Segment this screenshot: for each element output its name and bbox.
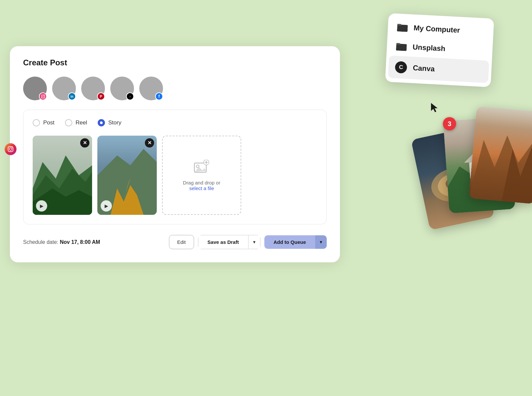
- radio-btn-reel[interactable]: [65, 119, 72, 126]
- dropdown-item-canva[interactable]: C Canva: [388, 55, 489, 83]
- edit-button[interactable]: Edit: [169, 235, 194, 249]
- schedule-date: Nov 17, 8:00 AM: [60, 239, 100, 245]
- svg-point-20: [12, 148, 12, 148]
- radio-story[interactable]: Story: [98, 119, 121, 126]
- media-item-1: ✕ ▶: [33, 136, 92, 215]
- radio-btn-story[interactable]: [98, 119, 105, 126]
- dropdown-label-mycomputer: My Computer: [414, 24, 460, 35]
- cursor: [430, 102, 440, 115]
- svg-rect-3: [396, 44, 407, 51]
- svg-marker-30: [195, 167, 206, 172]
- instagram-badge: [39, 92, 47, 100]
- canva-icon: C: [395, 61, 407, 74]
- linkedin-badge: in: [68, 92, 76, 100]
- add-queue-arrow-button[interactable]: ▾: [315, 235, 327, 249]
- svg-marker-46: [431, 103, 438, 112]
- select-file-link[interactable]: select a file: [189, 185, 214, 191]
- remove-media-1-button[interactable]: ✕: [80, 138, 89, 148]
- avatar-facebook[interactable]: f: [139, 77, 163, 100]
- dropdown-label-canva: Canva: [413, 64, 435, 73]
- footer-bar: Schedule date: Nov 17, 8:00 AM Edit Save…: [23, 235, 327, 249]
- svg-rect-2: [397, 24, 401, 26]
- floating-cards: [413, 106, 532, 251]
- drop-zone[interactable]: Drag and drop or select a file: [162, 136, 241, 215]
- main-card: Create Post: [10, 46, 340, 262]
- play-btn-2[interactable]: ▶: [101, 200, 112, 212]
- radio-label-reel: Reel: [76, 119, 87, 126]
- instagram-sidebar-indicator: [5, 143, 17, 155]
- svg-point-5: [31, 82, 39, 89]
- footer-actions: Edit Save as Draft ▾ Add to Queue ▾: [169, 235, 327, 249]
- avatar-pinterest[interactable]: P: [81, 77, 105, 100]
- svg-rect-7: [41, 95, 45, 98]
- page-title: Create Post: [23, 58, 327, 67]
- avatars-row: in P ♪: [23, 77, 327, 100]
- media-row: ✕ ▶: [33, 136, 317, 215]
- upload-icon: [194, 160, 210, 176]
- svg-point-12: [89, 82, 97, 89]
- selection-count-badge: 3: [443, 117, 456, 130]
- content-area: Post Reel Story: [23, 110, 327, 224]
- svg-rect-18: [8, 147, 13, 152]
- tiktok-badge: ♪: [126, 92, 134, 100]
- svg-point-14: [118, 82, 126, 89]
- radio-label-post: Post: [43, 119, 54, 126]
- play-btn-1[interactable]: ▶: [36, 200, 47, 212]
- folder-icon: [397, 23, 408, 32]
- source-dropdown: My Computer Unsplash C Canva: [385, 13, 494, 87]
- avatar-tiktok[interactable]: ♪: [110, 77, 134, 100]
- post-type-selector: Post Reel Story: [33, 119, 317, 126]
- facebook-badge: f: [155, 92, 163, 100]
- save-draft-split: Save as Draft ▾: [198, 235, 260, 249]
- media-item-2: ✕ ▶: [97, 136, 157, 215]
- save-draft-button[interactable]: Save as Draft: [198, 235, 249, 249]
- floating-card-cliff: [469, 106, 532, 204]
- dropdown-label-unsplash: Unsplash: [413, 43, 446, 53]
- dropzone-text: Drag and drop or select a file: [183, 180, 220, 191]
- svg-rect-4: [396, 43, 400, 45]
- radio-post[interactable]: Post: [33, 119, 54, 126]
- svg-point-10: [60, 82, 68, 89]
- svg-point-9: [44, 95, 44, 96]
- add-queue-split: Add to Queue ▾: [264, 235, 327, 249]
- radio-label-story: Story: [108, 119, 121, 126]
- svg-point-8: [42, 95, 44, 97]
- svg-point-16: [148, 82, 155, 89]
- save-draft-arrow-button[interactable]: ▾: [249, 235, 260, 249]
- add-queue-button[interactable]: Add to Queue: [264, 235, 315, 249]
- radio-reel[interactable]: Reel: [65, 119, 87, 126]
- radio-btn-post[interactable]: [33, 119, 40, 126]
- svg-point-29: [196, 165, 199, 168]
- schedule-info: Schedule date: Nov 17, 8:00 AM: [23, 239, 100, 245]
- svg-point-19: [9, 148, 12, 150]
- avatar-instagram[interactable]: [23, 77, 47, 100]
- folder-icon-unsplash: [396, 42, 407, 51]
- avatar-linkedin[interactable]: in: [52, 77, 76, 100]
- pinterest-badge: P: [97, 92, 105, 100]
- remove-media-2-button[interactable]: ✕: [145, 138, 154, 148]
